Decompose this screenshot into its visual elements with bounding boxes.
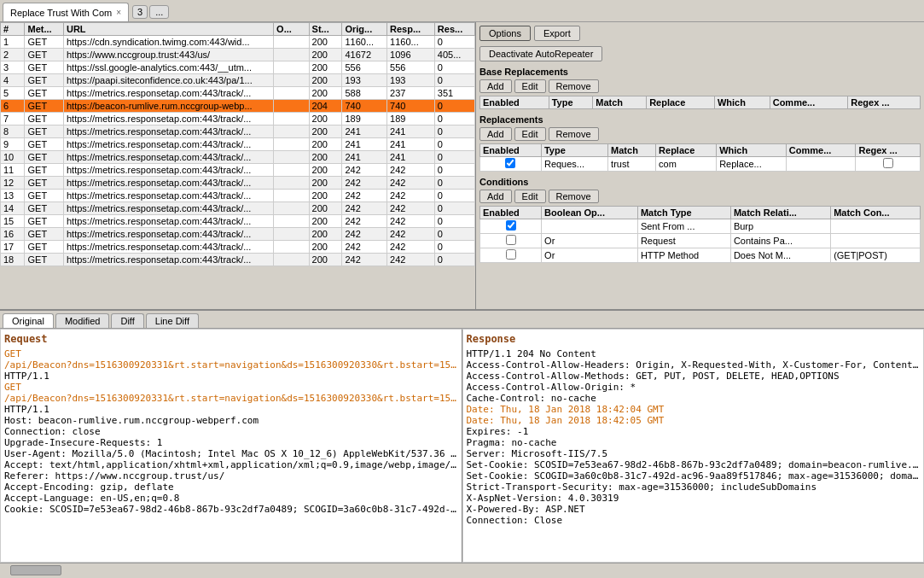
scroll-thumb[interactable] bbox=[10, 565, 61, 575]
tab-diff[interactable]: Diff bbox=[111, 313, 143, 328]
base-replacements-title: Base Replacements bbox=[479, 67, 921, 77]
cell-method: GET bbox=[25, 190, 64, 202]
tab-num-badge[interactable]: 3 bbox=[132, 5, 148, 19]
table-row[interactable]: 2 GET https://www.nccgroup.trust:443/us/… bbox=[1, 49, 475, 61]
cell-url: https://metrics.responsetap.com:443/trac… bbox=[63, 202, 273, 215]
cond-matchcon: (GET|POST) bbox=[831, 248, 921, 263]
br-col-replace: Replace bbox=[647, 96, 715, 109]
cell-origlen: 241 bbox=[342, 126, 387, 138]
replacements-controls: Add Edit Remove bbox=[479, 127, 921, 141]
cell-method: GET bbox=[25, 87, 64, 100]
condition-row[interactable]: Sent From ... Burp bbox=[480, 219, 921, 234]
cell-status: 200 bbox=[309, 126, 342, 138]
table-row[interactable]: 14 GET https://metrics.responsetap.com:4… bbox=[1, 202, 475, 215]
repl-comment bbox=[786, 157, 856, 172]
cond-boolean bbox=[542, 219, 638, 234]
table-row[interactable]: 13 GET https://metrics.responsetap.com:4… bbox=[1, 190, 475, 202]
cell-resp: 0 bbox=[434, 61, 474, 74]
r-col-regex: Regex ... bbox=[856, 144, 921, 157]
cell-method: GET bbox=[25, 215, 64, 228]
cell-origlen: 242 bbox=[342, 241, 387, 254]
export-button[interactable]: Export bbox=[534, 26, 580, 41]
table-row[interactable]: 7 GET https://metrics.responsetap.com:44… bbox=[1, 113, 475, 126]
request-panel[interactable]: Request GET/api/Beacon?dns=1516300920331… bbox=[0, 329, 462, 563]
table-row[interactable]: 18 GET https://metrics.responsetap.com:4… bbox=[1, 254, 475, 266]
cond-edit-button[interactable]: Edit bbox=[514, 190, 546, 203]
request-line: /api/Beacon?dns=1516300920331&rt.start=n… bbox=[4, 359, 458, 371]
cell-method: GET bbox=[25, 138, 64, 151]
table-row[interactable]: 6 GET https://beacon-rumlive.rum.nccgrou… bbox=[1, 100, 475, 113]
table-row[interactable]: 8 GET https://metrics.responsetap.com:44… bbox=[1, 126, 475, 138]
cell-origlen: 242 bbox=[342, 190, 387, 202]
base-add-button[interactable]: Add bbox=[479, 79, 512, 93]
table-row[interactable]: 15 GET https://metrics.responsetap.com:4… bbox=[1, 215, 475, 228]
table-row[interactable]: 16 GET https://metrics.responsetap.com:4… bbox=[1, 228, 475, 241]
table-row[interactable]: 5 GET https://metrics.responsetap.com:44… bbox=[1, 87, 475, 100]
cell-resplen: 241 bbox=[387, 126, 435, 138]
cell-origlen: 41672 bbox=[342, 49, 387, 61]
table-row[interactable]: 4 GET https://paapi.siteconfidence.co.uk… bbox=[1, 74, 475, 87]
cell-method: GET bbox=[25, 202, 64, 215]
cell-origlen: 241 bbox=[342, 138, 387, 151]
cell-resp: 0 bbox=[434, 74, 474, 87]
cell-status: 204 bbox=[309, 100, 342, 113]
cond-add-button[interactable]: Add bbox=[479, 190, 512, 203]
response-panel[interactable]: Response HTTP/1.1 204 No ContentAccess-C… bbox=[462, 329, 925, 563]
table-row[interactable]: 10 GET https://metrics.responsetap.com:4… bbox=[1, 151, 475, 164]
active-tab[interactable]: Replace Trust With Com × bbox=[3, 3, 129, 21]
cell-o bbox=[274, 74, 309, 87]
cell-resp: 0 bbox=[434, 100, 474, 113]
horizontal-scrollbar[interactable] bbox=[0, 563, 924, 576]
table-row[interactable]: 17 GET https://metrics.responsetap.com:4… bbox=[1, 241, 475, 254]
cell-num: 3 bbox=[1, 61, 25, 74]
r-col-replace: Replace bbox=[656, 144, 717, 157]
cell-method: GET bbox=[25, 61, 64, 74]
r-col-which: Which bbox=[717, 144, 787, 157]
table-row[interactable]: 12 GET https://metrics.responsetap.com:4… bbox=[1, 177, 475, 190]
table-row[interactable]: 9 GET https://metrics.responsetap.com:44… bbox=[1, 138, 475, 151]
replacement-row[interactable]: Reques... trust com Replace... bbox=[480, 157, 921, 172]
cond-remove-button[interactable]: Remove bbox=[549, 190, 599, 203]
c-col-boolean: Boolean Op... bbox=[542, 207, 638, 219]
tab-more-btn[interactable]: ... bbox=[149, 5, 169, 19]
cond-enabled[interactable] bbox=[480, 248, 542, 263]
right-inner-scroll[interactable]: Deactivate AutoRepeater Base Replacement… bbox=[479, 46, 921, 306]
r-col-match: Match bbox=[608, 144, 656, 157]
cell-origlen: 242 bbox=[342, 215, 387, 228]
cell-num: 14 bbox=[1, 202, 25, 215]
repl-edit-button[interactable]: Edit bbox=[514, 127, 546, 141]
cell-url: https://ssl.google-analytics.com:443/__u… bbox=[63, 61, 273, 74]
condition-row[interactable]: Or HTTP Method Does Not M... (GET|POST) bbox=[480, 248, 921, 263]
base-edit-button[interactable]: Edit bbox=[514, 79, 546, 93]
cond-enabled[interactable] bbox=[480, 234, 542, 248]
cell-o bbox=[274, 49, 309, 61]
repl-remove-button[interactable]: Remove bbox=[549, 127, 599, 141]
cell-resp: 0 bbox=[434, 215, 474, 228]
repl-regex[interactable] bbox=[856, 157, 921, 172]
repl-enabled[interactable] bbox=[480, 157, 542, 172]
options-button[interactable]: Options bbox=[479, 26, 531, 41]
tab-original[interactable]: Original bbox=[3, 313, 54, 328]
requests-table-container[interactable]: # Met... URL O... St... Orig... Resp... … bbox=[0, 22, 475, 311]
deactivate-button[interactable]: Deactivate AutoRepeater bbox=[479, 46, 602, 61]
condition-row[interactable]: Or Request Contains Pa... bbox=[480, 234, 921, 248]
cell-resplen: 193 bbox=[387, 74, 435, 87]
col-header-origlen: Orig... bbox=[342, 23, 387, 36]
tab-line-diff[interactable]: Line Diff bbox=[146, 313, 199, 328]
cond-enabled[interactable] bbox=[480, 219, 542, 234]
tab-close-btn[interactable]: × bbox=[116, 8, 121, 17]
cell-method: GET bbox=[25, 113, 64, 126]
cell-status: 200 bbox=[309, 151, 342, 164]
tab-modified[interactable]: Modified bbox=[55, 313, 110, 328]
right-top-buttons: Options Export bbox=[479, 26, 921, 41]
base-remove-button[interactable]: Remove bbox=[549, 79, 599, 93]
cell-o bbox=[274, 100, 309, 113]
table-row[interactable]: 11 GET https://metrics.responsetap.com:4… bbox=[1, 164, 475, 177]
cell-num: 12 bbox=[1, 177, 25, 190]
table-row[interactable]: 3 GET https://ssl.google-analytics.com:4… bbox=[1, 61, 475, 74]
table-row[interactable]: 1 GET https://cdn.syndication.twimg.com:… bbox=[1, 36, 475, 49]
repl-add-button[interactable]: Add bbox=[479, 127, 512, 141]
cell-resplen: 242 bbox=[387, 164, 435, 177]
response-line: Cache-Control: no-cache bbox=[467, 393, 921, 404]
cell-origlen: 242 bbox=[342, 254, 387, 266]
